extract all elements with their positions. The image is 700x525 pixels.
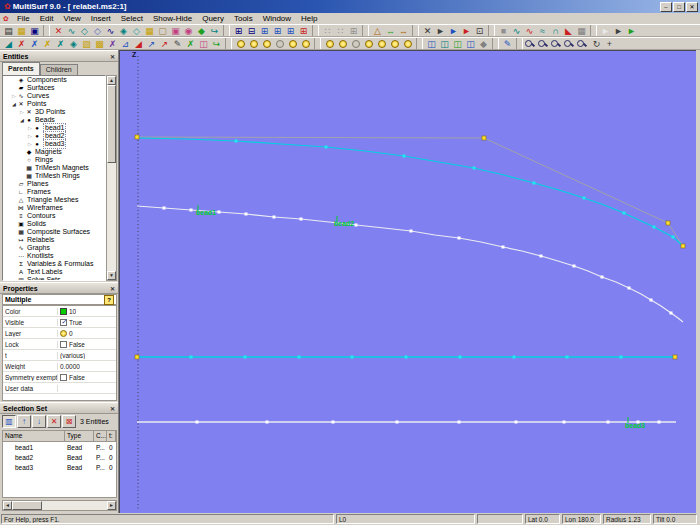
upper-white-curve[interactable]: [137, 206, 683, 322]
lower-cyan-line-point[interactable]: [513, 356, 516, 359]
toolbar-separator[interactable]: [43, 25, 50, 36]
property-row[interactable]: t(various): [3, 350, 116, 361]
menu-item[interactable]: Query: [197, 13, 229, 24]
toolbar-separator[interactable]: [223, 25, 230, 36]
new-file-button[interactable]: ▤: [2, 25, 15, 37]
lower-white-line-point[interactable]: [196, 421, 199, 424]
delete-entity-button[interactable]: ✕: [52, 25, 65, 37]
property-widget[interactable]: [60, 341, 67, 348]
create-entity-button[interactable]: ◢: [2, 38, 15, 50]
toolbar-separator[interactable]: [225, 38, 232, 49]
measure-button[interactable]: △: [371, 25, 384, 37]
lower-cyan-line-point[interactable]: [620, 356, 623, 359]
help-icon[interactable]: ?: [104, 295, 114, 305]
create-point-button[interactable]: ✗: [15, 38, 28, 50]
bead1-label[interactable]: bead1: [196, 209, 216, 217]
create-relabel-button[interactable]: ↪: [210, 38, 223, 50]
property-widget[interactable]: [60, 308, 67, 315]
pan-view-button[interactable]: +: [603, 38, 616, 50]
tree-item[interactable]: ◈Components: [3, 76, 105, 84]
close-icon[interactable]: ✕: [110, 53, 115, 60]
zoom-previous-button[interactable]: [577, 38, 590, 50]
upper-white-curve-point[interactable]: [601, 276, 604, 279]
show-children-button[interactable]: [286, 38, 299, 50]
visibility-button[interactable]: [323, 38, 336, 50]
tree-item[interactable]: ▷∿Curves: [3, 92, 105, 100]
show-mesh-button[interactable]: ▦: [575, 25, 588, 37]
upper-white-curve-point[interactable]: [458, 237, 461, 240]
viewport-canvas[interactable]: [120, 51, 696, 513]
property-value[interactable]: 0: [58, 330, 73, 337]
distance-button[interactable]: ↔: [384, 25, 397, 37]
tree-item[interactable]: ◆Magnets: [3, 148, 105, 156]
show-curves-button[interactable]: ∿: [523, 25, 536, 37]
lower-white-line-point[interactable]: [563, 421, 566, 424]
toolbar-separator[interactable]: [312, 25, 319, 36]
column-header[interactable]: Name: [3, 431, 65, 441]
property-row[interactable]: Layer0: [3, 328, 116, 339]
ring-tool-button[interactable]: ◉: [182, 25, 195, 37]
tree-item[interactable]: ∿Graphs: [3, 244, 105, 252]
curve-tool-button[interactable]: ∿: [65, 25, 78, 37]
property-value[interactable]: 10: [58, 308, 76, 315]
menu-item[interactable]: Edit: [35, 13, 59, 24]
lower-white-line-point[interactable]: [515, 421, 518, 424]
show-sections-button[interactable]: ∩: [549, 25, 562, 37]
upper-cyan-curve-point[interactable]: [473, 167, 476, 170]
bead3-label[interactable]: bead3: [625, 422, 645, 430]
copy-view-button[interactable]: ◫: [464, 38, 477, 50]
toolbar-separator[interactable]: [314, 38, 321, 49]
menu-item[interactable]: File: [12, 13, 35, 24]
tree-item[interactable]: ▷✕3D Points: [3, 108, 105, 116]
tree-item[interactable]: ▱Planes: [3, 180, 105, 188]
tree-item[interactable]: ◢✕Points: [3, 100, 105, 108]
upper-cyan-curve-point[interactable]: [403, 155, 406, 158]
pointer-button[interactable]: ►: [599, 25, 612, 37]
view-window-button[interactable]: ⊟: [245, 25, 258, 37]
property-row[interactable]: LockFalse: [3, 339, 116, 350]
lower-cyan-line-point[interactable]: [405, 356, 408, 359]
show-contours-button[interactable]: ≈: [536, 25, 549, 37]
view-window-button[interactable]: ⊞: [271, 25, 284, 37]
visibility-button[interactable]: [375, 38, 388, 50]
create-label-button[interactable]: ◫: [197, 38, 210, 50]
upper-cyan-curve-point[interactable]: [583, 197, 586, 200]
snap-button[interactable]: ⊞: [347, 25, 360, 37]
tree-item[interactable]: ▷●bead3: [3, 140, 105, 148]
zoom-out-button[interactable]: [538, 38, 551, 50]
property-row[interactable]: Weight0.0000: [3, 361, 116, 372]
tree-item[interactable]: ▥Solve Sets: [3, 276, 105, 281]
upper-white-curve-point[interactable]: [355, 224, 358, 227]
view-window-button[interactable]: ⊞: [297, 25, 310, 37]
lower-white-line-point[interactable]: [607, 421, 610, 424]
table-row[interactable]: bead3BeadP...0: [3, 462, 116, 472]
tree-item[interactable]: ▦TriMesh Rings: [3, 172, 105, 180]
toolbar-separator[interactable]: [488, 25, 495, 36]
menu-item[interactable]: View: [59, 13, 86, 24]
move-down-button[interactable]: ↓: [32, 415, 46, 428]
upper-white-curve-point[interactable]: [245, 213, 248, 216]
upper-white-curve-point[interactable]: [670, 312, 673, 315]
deselect-button[interactable]: ✕: [421, 25, 434, 37]
entity-tool-button[interactable]: ◇: [130, 25, 143, 37]
toolbar-separator[interactable]: [412, 25, 419, 36]
copy-view-button[interactable]: ◫: [451, 38, 464, 50]
grid-button[interactable]: ∷: [334, 25, 347, 37]
maximize-button[interactable]: □: [673, 2, 685, 12]
copy-view-button[interactable]: ◫: [425, 38, 438, 50]
tree-item[interactable]: ○Rings: [3, 156, 105, 164]
upper-white-curve-point[interactable]: [218, 211, 221, 214]
menu-item[interactable]: Tools: [229, 13, 258, 24]
tree-item[interactable]: ≡Contours: [3, 212, 105, 220]
close-button[interactable]: ✕: [686, 2, 698, 12]
view-window-button[interactable]: ⊞: [232, 25, 245, 37]
tree-item[interactable]: ⋈Wireframes: [3, 204, 105, 212]
create-3d-point-button[interactable]: ✗: [28, 38, 41, 50]
view-window-button[interactable]: ⊞: [258, 25, 271, 37]
lower-white-line-point[interactable]: [266, 421, 269, 424]
toolbar-separator[interactable]: [362, 25, 369, 36]
close-icon[interactable]: ✕: [110, 285, 115, 292]
upper-cyan-curve-point[interactable]: [623, 212, 626, 215]
column-header[interactable]: Type: [65, 431, 94, 441]
create-knot-button[interactable]: ✗: [184, 38, 197, 50]
